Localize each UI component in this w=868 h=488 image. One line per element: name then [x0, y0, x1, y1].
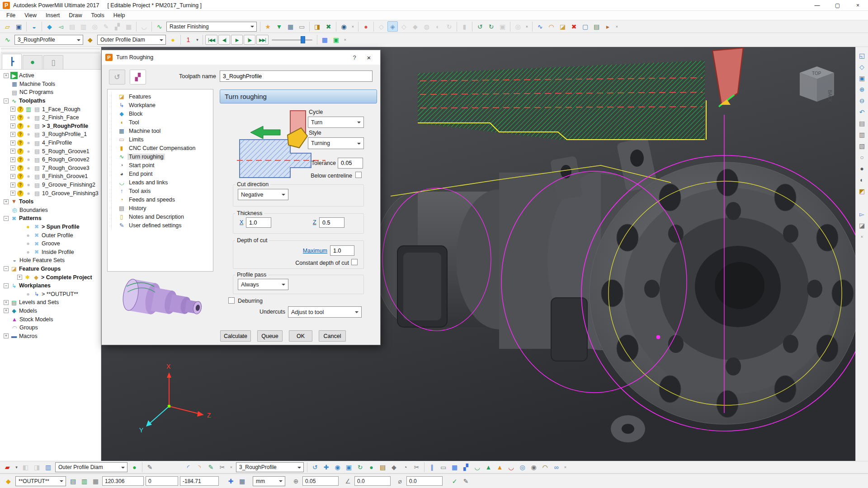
- sim-step-forward-button[interactable]: |▶: [244, 35, 255, 45]
- maximum-link[interactable]: Maximum: [278, 248, 327, 254]
- circle-snap-icon[interactable]: ◎: [517, 462, 528, 473]
- cut-direction-select[interactable]: Negative: [238, 189, 288, 200]
- profile-pass-select[interactable]: Always: [238, 279, 288, 290]
- menu-help[interactable]: Help: [109, 11, 130, 19]
- maximize-button[interactable]: ▢: [827, 0, 848, 11]
- macro-record-icon[interactable]: ◎: [513, 21, 523, 32]
- lead-in-icon[interactable]: ◜: [183, 462, 193, 473]
- tree-item-toolpath[interactable]: +?●▤5_Rough_Groove1: [1, 147, 101, 155]
- dialog-tree-leads-and-links[interactable]: ◡Leads and links: [111, 178, 213, 187]
- recycle-bin-icon[interactable]: ◒: [29, 21, 39, 32]
- thickness-dropdown-icon[interactable]: ▾: [14, 462, 19, 473]
- diameter-field[interactable]: 0.0: [406, 476, 443, 486]
- tree-item-feature-groups[interactable]: −◪Feature Groups: [1, 265, 101, 273]
- tree-item-toolpath-active[interactable]: +?●▤> 3_RoughProfile: [1, 122, 101, 131]
- leads-close-icon[interactable]: ×: [228, 462, 234, 473]
- tree-item-tools[interactable]: +▼Tools: [1, 197, 101, 206]
- tree-item-levels-and-sets[interactable]: +▤Levels and Sets: [1, 298, 101, 307]
- edit-status-icon[interactable]: ✎: [461, 476, 471, 486]
- strategy-combo[interactable]: Raster Finishing: [166, 22, 257, 32]
- pattern-entity-icon[interactable]: ▥: [43, 462, 53, 473]
- maximum-depth-input[interactable]: [330, 245, 354, 256]
- block-contract-icon[interactable]: ◆: [410, 21, 420, 32]
- orbit-icon[interactable]: ↺: [310, 462, 320, 473]
- magnet-snap-icon[interactable]: ◡: [506, 462, 516, 473]
- tree-expander-icon[interactable]: +: [4, 199, 9, 204]
- block-reset-icon[interactable]: ◐: [433, 21, 443, 32]
- tree-item-nc-programs[interactable]: ▤NC Programs: [1, 88, 101, 97]
- sim-fast-forward-button[interactable]: ▶▶|: [256, 35, 269, 45]
- trim-toolpath-icon[interactable]: ✂: [217, 462, 227, 473]
- cone-up-icon[interactable]: ▲: [483, 462, 494, 473]
- menu-tools[interactable]: Tools: [86, 11, 108, 19]
- dialog-tree-tool[interactable]: ◖Tool: [111, 118, 213, 127]
- tree-item-stock-models[interactable]: ▲Stock Models: [1, 315, 101, 324]
- reuse-toolpath-button[interactable]: ▞: [130, 70, 146, 84]
- lead-out-icon[interactable]: ◝: [194, 462, 205, 473]
- simulation-entity-icon[interactable]: 1: [183, 35, 193, 45]
- calculator-icon[interactable]: ▦: [285, 21, 296, 32]
- estimate-time-icon[interactable]: ▭: [297, 21, 307, 32]
- min-max-shade-icon[interactable]: ◩: [857, 186, 867, 196]
- queue-button[interactable]: Queue: [257, 330, 283, 342]
- sim-play-button[interactable]: ▶: [231, 35, 243, 45]
- curve-lasso-icon[interactable]: ◠: [546, 21, 557, 32]
- redo-icon[interactable]: ↻: [486, 21, 496, 32]
- bottom-toolpath-combo[interactable]: 3_RoughProfile: [236, 462, 304, 472]
- ok-button[interactable]: OK: [289, 330, 312, 342]
- dialog-tree-turn-roughing[interactable]: ∿Turn roughing: [111, 152, 213, 161]
- angle-status-icon[interactable]: ∠: [343, 476, 353, 486]
- titlebar[interactable]: P Autodesk PowerMill Ultimate 2017[ Edit…: [0, 0, 868, 11]
- column-display-icon[interactable]: ▮: [459, 21, 470, 32]
- style-select[interactable]: Turning: [308, 137, 364, 149]
- boundary-create-icon[interactable]: ◎: [90, 21, 100, 32]
- dialog-tree-limits[interactable]: ▭Limits: [111, 135, 213, 144]
- open-project-icon[interactable]: ▱: [2, 21, 13, 32]
- shaded-wireframe-icon[interactable]: ◐: [857, 174, 867, 185]
- menu-draw[interactable]: Draw: [64, 11, 86, 19]
- tangent-snap-icon[interactable]: ◡: [472, 462, 482, 473]
- tolerance-status-icon[interactable]: ⊕: [291, 476, 301, 486]
- dialog-tree-features[interactable]: ◪Features: [111, 92, 213, 101]
- zoom-in-icon[interactable]: ⊕: [857, 84, 867, 94]
- close-button[interactable]: ×: [848, 0, 868, 11]
- edit-leads-icon[interactable]: ✎: [206, 462, 216, 473]
- tree-item-toolpath[interactable]: +?●▤6_Rough_Groove2: [1, 155, 101, 164]
- active-tool-icon[interactable]: ◆: [85, 35, 95, 45]
- toolpath-name-input[interactable]: [220, 70, 373, 82]
- thickness-z-input[interactable]: [319, 217, 344, 228]
- menu-insert[interactable]: Insert: [41, 11, 64, 19]
- tree-expander-icon[interactable]: +: [10, 174, 15, 179]
- tree-expander-icon[interactable]: −: [4, 216, 9, 221]
- view-cube[interactable]: TOP BACK: [800, 66, 834, 103]
- tree-item-macros[interactable]: +▬Macros: [1, 332, 101, 340]
- shaded-view-icon[interactable]: ●: [857, 163, 867, 174]
- find-close-icon[interactable]: ×: [350, 21, 356, 32]
- right-toolbar-close-icon[interactable]: ×: [859, 231, 865, 242]
- pan-icon[interactable]: ✚: [321, 462, 331, 473]
- calculate-button[interactable]: Calculate: [220, 330, 251, 342]
- block-limits-icon[interactable]: ◇: [376, 21, 387, 32]
- view-front-icon[interactable]: ▥: [857, 129, 867, 140]
- sim-info-icon[interactable]: ▦: [320, 35, 330, 45]
- menu-view[interactable]: View: [20, 11, 41, 19]
- cone-down-icon[interactable]: ▲: [495, 462, 505, 473]
- angle-field[interactable]: 0.0: [354, 476, 391, 486]
- tree-item-hole-feature-sets[interactable]: ◒Hole Feature Sets: [1, 256, 101, 265]
- z-coordinate-field[interactable]: -184.71: [180, 476, 219, 486]
- macro-close-icon[interactable]: ×: [524, 21, 530, 32]
- pattern-combo[interactable]: Outer Profile Diam: [55, 462, 127, 472]
- tree-expander-icon[interactable]: +: [4, 300, 9, 305]
- tree-expander-icon[interactable]: −: [4, 283, 9, 288]
- zoom-icon[interactable]: ◉: [332, 462, 343, 473]
- point-snap-icon[interactable]: ▞: [461, 462, 471, 473]
- tree-expander-icon[interactable]: +: [4, 308, 9, 313]
- block-cylinder-icon[interactable]: ◍: [421, 21, 432, 32]
- tree-item-boundaries[interactable]: ◎Boundaries: [1, 206, 101, 215]
- block-view-icon[interactable]: ◆: [389, 462, 399, 473]
- sim-exit-icon[interactable]: ▣: [331, 35, 341, 45]
- entity-dropdown-icon[interactable]: ▾: [194, 35, 200, 45]
- active-toolpath-icon[interactable]: ∿: [2, 35, 13, 45]
- thickness-z-link[interactable]: Z: [313, 219, 316, 225]
- tree-expander-icon[interactable]: +: [4, 333, 9, 338]
